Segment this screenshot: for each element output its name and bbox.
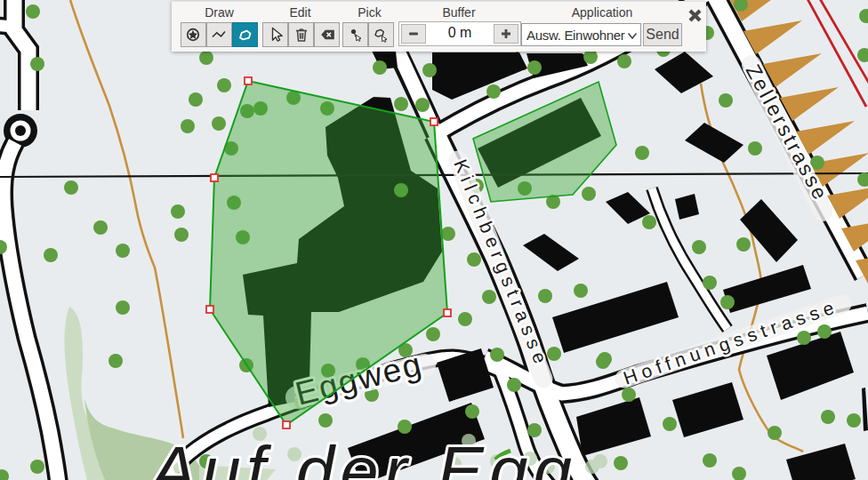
- svg-text:Auf der Egg: Auf der Egg: [147, 432, 577, 480]
